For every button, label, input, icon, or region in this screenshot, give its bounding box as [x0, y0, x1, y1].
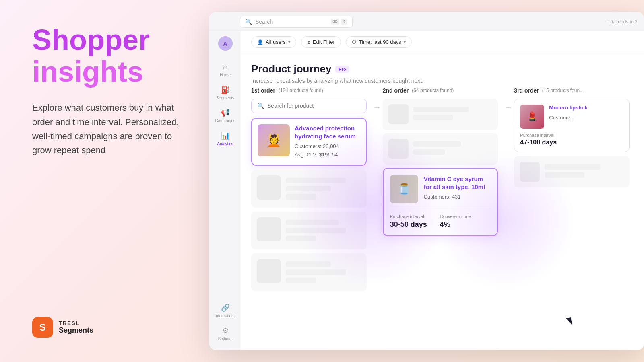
- avatar: A: [218, 36, 233, 51]
- all-users-filter[interactable]: 👤 All users ▾: [251, 36, 296, 48]
- logo-product: Segments: [59, 326, 93, 335]
- third-order-column: 3rd order (15 products foun... 💄 Modern …: [514, 87, 634, 191]
- shortcut-cmd: ⌘: [331, 19, 339, 25]
- product-search-input[interactable]: 🔍: [251, 99, 367, 113]
- hero-title: Shopper insights: [32, 24, 185, 88]
- filter-bar: 👤 All users ▾ ⧗ Edit Filter ⏱ Time: last…: [242, 31, 644, 53]
- conversion-rate-stat: Conversion rate 4%: [440, 214, 471, 229]
- search-label: Search: [255, 19, 328, 25]
- placeholder-lines-1: [286, 175, 361, 202]
- chevron-down-icon-2: ▾: [404, 40, 406, 44]
- product-vitaminc-stats: Purchase interval 30-50 days Conversion …: [390, 209, 491, 229]
- left-panel: Shopper insights Explore what customers …: [0, 0, 209, 362]
- sidebar-label-integrations: Integrations: [215, 314, 235, 318]
- second-order-count: (64 products found): [412, 88, 454, 93]
- product-card-vitaminc[interactable]: 🫙 Vitamin C eye syrum for all skin type,…: [383, 168, 498, 236]
- title-bar: 🔍 Search ⌘ K Trial ends in 2: [209, 12, 644, 31]
- arrow-1st-to-2nd: →: [372, 103, 383, 112]
- product-serum-customers: Customers: 20,004: [295, 142, 360, 151]
- sidebar-item-settings[interactable]: ⚙ Settings: [209, 322, 241, 345]
- sidebar-label-campaigns: Campaigns: [215, 119, 235, 123]
- product-vitaminc-customers: Customers: 431: [424, 193, 491, 202]
- sidebar-label-settings: Settings: [218, 337, 232, 341]
- third-order-header: 3rd order (15 products foun...: [514, 87, 630, 94]
- hero-title-line1: Shopper: [32, 24, 185, 56]
- sidebar-label-home: Home: [220, 73, 231, 77]
- edit-filter-button[interactable]: ⧗ Edit Filter: [301, 36, 341, 48]
- second-order-column: 2nd order (64 products found): [383, 87, 503, 236]
- first-order-column: 1st order (124 products found) 🔍 💆 Advan…: [251, 87, 372, 295]
- search-icon: 🔍: [245, 19, 252, 25]
- segments-icon: ⛽: [221, 85, 230, 94]
- third-order-title: 3rd order: [514, 87, 539, 94]
- placeholder-lines-2: [286, 217, 361, 244]
- search-product-icon: 🔍: [257, 103, 264, 109]
- 3rd-placeholder-1: [514, 156, 630, 187]
- sidebar-item-campaigns[interactable]: 📢 Campaigns: [209, 104, 241, 127]
- product-serum-info: Advanced protection hydrating face serum…: [295, 124, 360, 159]
- third-order-count: (15 products foun...: [542, 88, 584, 93]
- search-product-field[interactable]: [267, 103, 361, 109]
- integrations-icon: 🔗: [221, 303, 230, 312]
- logo-text: TRESL Segments: [59, 320, 93, 335]
- logo-area: S TRESL Segments: [32, 317, 185, 338]
- sidebar: A ⌂ Home ⛽ Segments 📢 Campaigns 📊 Analyt…: [209, 31, 242, 350]
- trial-text: Trial ends in 2: [607, 19, 638, 25]
- app-window: 🔍 Search ⌘ K Trial ends in 2 A ⌂ Home ⛽ …: [209, 12, 644, 350]
- 2nd-placeholder-2: [383, 133, 498, 165]
- sidebar-item-analytics[interactable]: 📊 Analytics: [209, 127, 241, 150]
- sidebar-label-segments: Segments: [216, 96, 234, 100]
- all-users-label: All users: [266, 39, 286, 45]
- product-lipstick-name: Modern lipstick: [549, 105, 623, 111]
- content-area: 👤 All users ▾ ⧗ Edit Filter ⏱ Time: last…: [242, 31, 644, 350]
- logo-icon: S: [32, 317, 53, 338]
- product-lipstick-customers: Custome...: [549, 114, 623, 122]
- placeholder-card-1: [251, 170, 367, 208]
- logo-company: TRESL: [59, 320, 93, 326]
- sidebar-label-analytics: Analytics: [217, 142, 233, 146]
- home-icon: ⌂: [223, 63, 227, 71]
- search-shortcut: ⌘ K: [331, 19, 347, 25]
- product-serum-name: Advanced protection hydrating face serum: [295, 124, 360, 140]
- pro-badge: Pro: [335, 66, 349, 73]
- page-title: Product journey: [251, 63, 331, 75]
- product-card-lipstick[interactable]: 💄 Modern lipstick Custome... Purchase in…: [514, 99, 630, 152]
- 2nd-placeholder-1: [383, 99, 498, 130]
- product-serum-clv: Avg. CLV: $196.54: [295, 151, 360, 159]
- campaigns-icon: 📢: [221, 108, 230, 117]
- cursor: [566, 317, 572, 326]
- main-layout: A ⌂ Home ⛽ Segments 📢 Campaigns 📊 Analyt…: [209, 31, 644, 350]
- journey-wrapper: 1st order (124 products found) 🔍 💆 Advan…: [251, 87, 634, 295]
- sidebar-item-home[interactable]: ⌂ Home: [209, 59, 241, 81]
- edit-filter-label: Edit Filter: [313, 39, 335, 45]
- hero-description: Explore what customers buy in what order…: [32, 101, 185, 157]
- purchase-interval-stat: Purchase interval 30-50 days: [390, 214, 427, 229]
- product-vitaminc-image: 🫙: [390, 175, 418, 203]
- time-filter-label: Time: last 90 days: [359, 39, 401, 45]
- placeholder-card-3: [251, 253, 367, 291]
- product-card-serum[interactable]: 💆 Advanced protection hydrating face ser…: [251, 118, 367, 166]
- product-serum-image: 💆: [258, 124, 290, 156]
- second-order-title: 2nd order: [383, 87, 409, 94]
- arrow-2nd-to-3rd: →: [503, 103, 514, 112]
- hero-title-line2: insights: [32, 56, 185, 88]
- time-filter-button[interactable]: ⏱ Time: last 90 days ▾: [346, 36, 412, 48]
- first-order-header: 1st order (124 products found): [251, 87, 367, 94]
- lipstick-interval: Purchase interval 47-108 days: [520, 133, 623, 146]
- page-subtitle: Increase repeat sales by analyzing what …: [251, 78, 634, 84]
- placeholder-thumb-1: [257, 175, 281, 200]
- product-vitaminc-name: Vitamin C eye syrum for all skin type, 1…: [424, 175, 491, 191]
- chevron-down-icon: ▾: [288, 40, 290, 44]
- sidebar-item-segments[interactable]: ⛽ Segments: [209, 81, 241, 104]
- page-title-area: Product journey Pro Increase repeat sale…: [251, 63, 634, 84]
- page-title-row: Product journey Pro: [251, 63, 634, 75]
- placeholder-thumb-2: [257, 217, 281, 241]
- clock-icon: ⏱: [352, 39, 357, 45]
- global-search-bar[interactable]: 🔍 Search ⌘ K: [240, 16, 353, 28]
- first-order-title: 1st order: [251, 87, 275, 94]
- filter-icon: ⧗: [307, 39, 310, 45]
- page-content: Product journey Pro Increase repeat sale…: [242, 53, 644, 350]
- product-lipstick-image: 💄: [520, 105, 544, 129]
- settings-icon: ⚙: [222, 326, 229, 335]
- sidebar-item-integrations[interactable]: 🔗 Integrations: [209, 299, 241, 322]
